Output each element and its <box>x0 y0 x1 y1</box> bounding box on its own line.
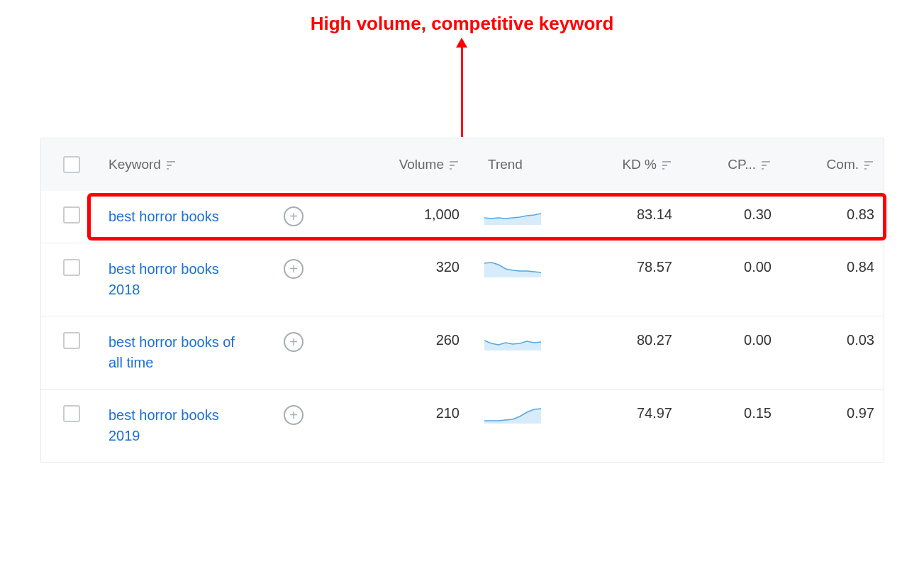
row-volume-cell: 320 <box>318 259 467 275</box>
row-kd-cell: 83.14 <box>569 206 679 223</box>
trend-sparkline <box>484 332 541 350</box>
row-keyword-cell: best horror books 2018 + <box>101 259 318 300</box>
row-com-cell: 0.97 <box>779 405 881 421</box>
row-keyword-cell: best horror books 2019 + <box>101 405 318 446</box>
row-kd-cell: 74.97 <box>569 405 679 421</box>
trend-sparkline <box>484 405 541 424</box>
sort-icon <box>662 160 672 170</box>
select-all-checkbox[interactable] <box>63 156 80 173</box>
table-row: best horror books 2018 + 320 78.57 0.00 … <box>41 243 884 316</box>
header-keyword[interactable]: Keyword <box>101 157 318 172</box>
row-kd-cell: 80.27 <box>569 332 679 348</box>
kd-value: 74.97 <box>637 405 672 421</box>
row-checkbox-cell <box>41 259 101 276</box>
cpc-value: 0.15 <box>744 405 772 421</box>
keyword-link[interactable]: best horror books of all time <box>108 332 236 373</box>
row-com-cell: 0.83 <box>779 206 881 223</box>
row-checkbox-cell <box>41 405 101 422</box>
table-row: best horror books of all time + 260 80.2… <box>41 316 884 389</box>
row-volume-cell: 260 <box>318 332 467 348</box>
row-cpc-cell: 0.00 <box>679 259 779 275</box>
row-keyword-cell: best horror books + <box>101 206 318 227</box>
row-trend-cell <box>467 259 569 277</box>
sort-icon <box>450 160 460 170</box>
row-checkbox[interactable] <box>63 405 80 422</box>
row-volume-cell: 210 <box>318 405 467 421</box>
add-keyword-button[interactable]: + <box>284 259 304 279</box>
row-checkbox[interactable] <box>63 259 80 276</box>
header-kd[interactable]: KD % <box>569 157 679 172</box>
header-volume-label: Volume <box>399 157 444 172</box>
row-trend-cell <box>467 332 569 350</box>
kd-value: 80.27 <box>637 332 672 348</box>
header-cpc[interactable]: CP... <box>679 157 779 172</box>
row-checkbox-cell <box>41 332 101 349</box>
row-keyword-cell: best horror books of all time + <box>101 332 318 373</box>
header-kd-label: KD % <box>622 157 657 172</box>
add-keyword-button[interactable]: + <box>284 206 304 226</box>
header-trend-label: Trend <box>488 157 523 172</box>
row-cpc-cell: 0.30 <box>679 206 779 223</box>
kd-value: 78.57 <box>637 259 672 275</box>
volume-value: 1,000 <box>424 206 460 223</box>
row-cpc-cell: 0.00 <box>679 332 779 348</box>
com-value: 0.83 <box>847 206 874 223</box>
cpc-value: 0.30 <box>744 206 772 223</box>
row-checkbox[interactable] <box>63 332 80 349</box>
keyword-link[interactable]: best horror books <box>108 206 219 227</box>
kd-value: 83.14 <box>637 206 672 223</box>
header-cpc-label: CP... <box>728 157 756 172</box>
header-keyword-label: Keyword <box>108 157 161 172</box>
keyword-table: Keyword Volume Trend KD % CP... Com. bes… <box>40 138 884 463</box>
volume-value: 320 <box>436 259 460 275</box>
row-cpc-cell: 0.15 <box>679 405 779 421</box>
trend-sparkline <box>484 259 541 277</box>
header-volume[interactable]: Volume <box>318 157 467 172</box>
row-trend-cell <box>467 405 569 424</box>
com-value: 0.97 <box>847 405 874 421</box>
row-kd-cell: 78.57 <box>569 259 679 275</box>
annotation-arrow <box>460 38 463 137</box>
trend-sparkline <box>484 206 541 225</box>
header-checkbox-cell <box>41 156 101 173</box>
table-header-row: Keyword Volume Trend KD % CP... Com. <box>41 138 884 191</box>
header-com[interactable]: Com. <box>779 157 881 172</box>
keyword-link[interactable]: best horror books 2018 <box>108 259 236 300</box>
sort-icon <box>864 160 874 170</box>
table-row: best horror books 2019 + 210 74.97 0.15 … <box>41 389 884 462</box>
sort-icon <box>762 160 772 170</box>
com-value: 0.03 <box>847 332 874 348</box>
annotation-title: High volume, competitive keyword <box>0 13 924 35</box>
sort-icon <box>167 160 177 170</box>
keyword-link[interactable]: best horror books 2019 <box>108 405 236 446</box>
header-trend[interactable]: Trend <box>467 157 569 172</box>
row-com-cell: 0.03 <box>779 332 881 348</box>
cpc-value: 0.00 <box>744 332 772 348</box>
row-com-cell: 0.84 <box>779 259 881 275</box>
row-volume-cell: 1,000 <box>318 206 467 223</box>
row-trend-cell <box>467 206 569 225</box>
add-keyword-button[interactable]: + <box>284 332 304 352</box>
cpc-value: 0.00 <box>744 259 772 275</box>
table-row: best horror books + 1,000 83.14 0.30 0.8… <box>41 191 884 243</box>
add-keyword-button[interactable]: + <box>284 405 304 425</box>
row-checkbox-cell <box>41 206 101 223</box>
com-value: 0.84 <box>847 259 874 275</box>
volume-value: 260 <box>436 332 460 348</box>
header-com-label: Com. <box>827 157 859 172</box>
volume-value: 210 <box>436 405 460 421</box>
row-checkbox[interactable] <box>63 206 80 223</box>
